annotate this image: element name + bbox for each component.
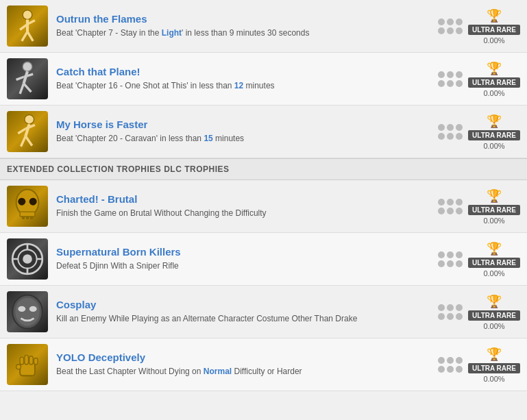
dot	[456, 80, 463, 87]
rarity-badge: 🏆 ULTRA RARE 0.00%	[468, 61, 520, 97]
trophy-icon	[7, 111, 48, 152]
svg-rect-41	[16, 365, 21, 369]
dot	[447, 357, 454, 364]
trophy-cup-icon: 🏆	[487, 347, 502, 362]
trophy-desc: Kill an Enemy While Playing as an Altern…	[56, 313, 438, 325]
dot	[456, 199, 463, 206]
dot	[438, 304, 445, 311]
dot	[456, 357, 463, 364]
dot	[438, 208, 445, 214]
trophy-icon	[7, 291, 48, 332]
trophy-right: 🏆 ULTRA RARE 0.00%	[438, 294, 520, 330]
trophy-item: Charted! - Brutal Finish the Game on Bru…	[0, 180, 527, 233]
dot	[456, 260, 463, 267]
dot	[447, 208, 454, 214]
rarity-label: ULTRA RARE	[468, 258, 520, 268]
rarity-badge: 🏆 ULTRA RARE 0.00%	[468, 188, 520, 225]
rarity-label: ULTRA RARE	[468, 77, 520, 88]
svg-point-0	[23, 10, 32, 20]
main-trophies-section: Outrun the Flames Beat 'Chapter 7 - Stay…	[0, 0, 527, 158]
dot	[447, 251, 454, 258]
trophy-name: Charted! - Brutal	[56, 193, 438, 205]
dot	[456, 366, 463, 373]
trophy-right: 🏆 ULTRA RARE 0.00%	[438, 347, 520, 383]
trophy-list: Outrun the Flames Beat 'Chapter 7 - Stay…	[0, 0, 527, 391]
section-header: EXTENDED COLLECTION TROPHIES DLC TROPHIE…	[0, 158, 527, 180]
trophy-icon	[7, 186, 48, 227]
trophy-icon	[7, 5, 48, 47]
svg-line-11	[24, 84, 32, 92]
trophy-right: 🏆 ULTRA RARE 0.00%	[438, 61, 520, 97]
svg-rect-24	[20, 212, 35, 217]
svg-line-5	[27, 32, 33, 41]
trophy-desc: Beat 'Chapter 7 - Stay in the Light' in …	[56, 27, 438, 39]
trophy-right: 🏆 ULTRA RARE 0.00%	[438, 241, 520, 277]
trophy-text: Supernatural Born Killers Defeat 5 Djinn…	[56, 246, 438, 272]
svg-line-16	[21, 136, 25, 147]
svg-point-35	[29, 306, 37, 312]
dots-grid	[438, 18, 463, 34]
rarity-badge: 🏆 ULTRA RARE 0.00%	[468, 294, 520, 330]
dot	[438, 366, 445, 373]
trophy-desc: Beat the Last Chapter Without Dying on N…	[56, 366, 438, 378]
rarity-label: ULTRA RARE	[468, 310, 520, 321]
trophy-item: Catch that Plane! Beat 'Chapter 16 - One…	[0, 53, 527, 106]
svg-line-17	[25, 136, 32, 146]
dots-grid	[438, 357, 463, 373]
trophy-item: Outrun the Flames Beat 'Chapter 7 - Stay…	[0, 0, 527, 53]
dot	[438, 18, 445, 25]
rarity-badge: 🏆 ULTRA RARE 0.00%	[468, 347, 520, 383]
trophy-name: Outrun the Flames	[56, 13, 438, 25]
rarity-label: ULTRA RARE	[468, 363, 520, 373]
dot	[438, 71, 445, 78]
svg-line-8	[16, 77, 24, 79]
dot	[447, 80, 454, 87]
dot	[438, 133, 445, 140]
trophy-cup-icon: 🏆	[487, 188, 502, 203]
trophy-text: Charted! - Brutal Finish the Game on Bru…	[56, 193, 438, 219]
trophy-name: My Horse is Faster	[56, 119, 438, 130]
dot	[438, 27, 445, 34]
dot	[456, 208, 463, 214]
trophy-text: Outrun the Flames Beat 'Chapter 7 - Stay…	[56, 13, 438, 39]
rarity-pct: 0.00%	[483, 36, 504, 45]
trophy-icon	[7, 238, 48, 280]
dot	[438, 199, 445, 206]
trophy-text: My Horse is Faster Beat 'Chapter 20 - Ca…	[56, 119, 438, 145]
rarity-pct: 0.00%	[483, 89, 504, 97]
dots-grid	[438, 124, 463, 140]
dot	[438, 357, 445, 364]
svg-rect-40	[34, 358, 38, 365]
trophy-cup-icon: 🏆	[487, 294, 502, 309]
rarity-pct: 0.00%	[483, 142, 504, 150]
rarity-label: ULTRA RARE	[468, 130, 520, 140]
trophy-cup-icon: 🏆	[487, 8, 502, 23]
svg-point-20	[29, 198, 37, 206]
svg-point-34	[18, 306, 25, 312]
svg-point-27	[23, 254, 32, 264]
dot	[456, 251, 463, 258]
svg-rect-38	[25, 355, 28, 365]
dot	[447, 124, 454, 131]
trophy-right: 🏆 ULTRA RARE 0.00%	[438, 8, 520, 45]
dot	[456, 124, 463, 131]
rarity-label: ULTRA RARE	[468, 205, 520, 215]
trophy-cup-icon: 🏆	[487, 241, 502, 256]
svg-line-13	[25, 124, 29, 136]
dot	[456, 313, 463, 320]
trophy-cup-icon: 🏆	[487, 61, 502, 76]
trophy-icon	[7, 58, 48, 99]
svg-line-14	[18, 129, 25, 134]
svg-line-10	[20, 84, 23, 94]
dot	[447, 313, 454, 320]
trophy-name: Cosplay	[56, 299, 438, 310]
dot	[456, 304, 463, 311]
svg-line-4	[22, 32, 27, 41]
trophy-right: 🏆 ULTRA RARE 0.00%	[438, 114, 520, 150]
trophy-item: Supernatural Born Killers Defeat 5 Djinn…	[0, 233, 527, 286]
rarity-pct: 0.00%	[483, 322, 504, 330]
rarity-badge: 🏆 ULTRA RARE 0.00%	[468, 8, 520, 45]
dot	[438, 80, 445, 87]
dot	[438, 251, 445, 258]
dot	[447, 133, 454, 140]
